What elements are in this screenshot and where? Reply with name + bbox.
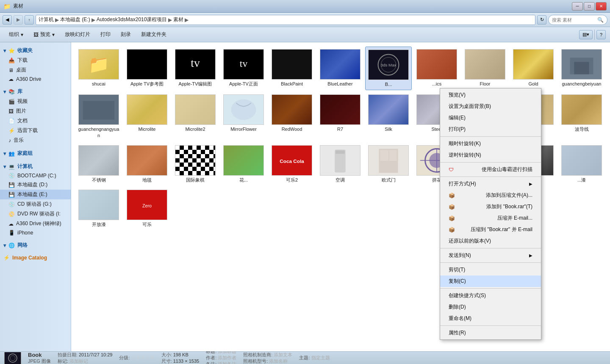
file-item[interactable]: MirrorFlower [220,92,267,141]
sidebar-header-homegroup[interactable]: ▾ 👥 家庭组 [0,149,71,158]
sidebar-item-bootcamp[interactable]: 💿 BOOTCAMP (C:) [0,171,71,180]
file-item[interactable]: 国际象棋 [172,143,219,185]
file-item[interactable]: 花... [220,143,267,185]
views-button[interactable]: ▤▾ [579,30,593,39]
ctx-scan[interactable]: 🛡 使用金山毒霸进行扫描 [440,164,541,175]
refresh-button[interactable]: ↻ [537,15,546,25]
ctx-preview[interactable]: 预览(V) [440,89,541,101]
sidebar-item-a360[interactable]: ☁ A360 Drive [0,75,71,83]
up-button[interactable]: ↑ [25,15,34,25]
ctx-rename[interactable]: 重命名(M) [440,313,541,324]
file-item[interactable]: Apple TV参考图 [124,47,170,90]
minimize-button[interactable]: ─ [572,2,583,11]
ctx-send-to[interactable]: 发送到(N) ▶ [440,250,541,261]
sidebar-header-favorites[interactable]: ▾ ⭐ 收藏夹 [0,46,71,55]
status-camera-model-label: 照相机型号: [243,358,268,364]
back-button[interactable]: ◀ [3,15,12,25]
breadcrumb-part[interactable]: 计算机 [39,16,54,23]
ctx-open-with[interactable]: 打开方式(H) ▶ [440,178,541,190]
search-input[interactable] [552,17,596,22]
file-item[interactable]: 开放漆 [75,187,122,230]
ctx-copy[interactable]: 复制(C) [440,276,541,287]
file-item[interactable]: 空调 [317,143,363,185]
ctx-delete[interactable]: 删除(D) [440,301,541,313]
file-item[interactable]: BlueLeather [317,47,363,90]
file-item[interactable]: 波导线 [558,92,605,141]
search-box[interactable]: 🔍 [548,15,607,25]
file-item[interactable]: R7 [317,92,363,141]
file-item[interactable]: tv Apple-TV编辑图 [172,47,219,90]
ctx-create-shortcut[interactable]: 创建快捷方式(S) [440,290,541,301]
ctx-separator [440,176,541,177]
file-item[interactable]: tv Apple-TV正面 [220,47,267,90]
ctx-cut[interactable]: 剪切(T) [440,264,541,276]
file-item[interactable]: Zero 可乐 [124,187,170,230]
ctx-edit[interactable]: 编辑(E) [440,112,541,124]
breadcrumb-part[interactable]: Autodesk3dsMax2010课程项目 [97,16,167,23]
sidebar-item-iphone[interactable]: 📱 iPhone [0,229,71,237]
file-item[interactable]: Coca Cola 可乐2 [269,143,315,185]
file-item[interactable]: guanchengbeiyuan [558,47,605,90]
file-item[interactable]: 📁 shucai [75,47,122,90]
ctx-add-archive[interactable]: 📦 添加到压缩文件(A)... [440,190,541,201]
file-item[interactable]: ...漆 [558,143,605,185]
ctx-separator [440,136,541,137]
sidebar-item-video[interactable]: 🎬 视频 [0,97,71,106]
file-item[interactable]: RedWood [269,92,315,141]
slideshow-button[interactable]: 放映幻灯片 [60,29,95,41]
ctx-compress-email[interactable]: 📦 压缩并 E-mail... [440,212,541,224]
file-item[interactable]: 欧式门 [365,143,412,185]
file-item[interactable]: Floor [462,47,508,90]
ctx-print[interactable]: 打印(P) [440,124,541,135]
sidebar-header-imagecatalog[interactable]: ⚡ Image Catalog [0,254,71,262]
file-item[interactable]: 3ds Max B... [365,47,412,90]
file-item[interactable]: 地毯 [124,143,170,185]
sidebar-item-drive-i[interactable]: 📀 DVD RW 驱动器 (I: [0,209,71,219]
burn-button[interactable]: 刻录 [116,29,136,41]
close-button[interactable]: ✕ [596,2,607,11]
preview-button[interactable]: 🖼 预览 ▾ [29,29,59,41]
sidebar-item-drive-e[interactable]: 💾 本地磁盘 (E:) [0,190,71,199]
forward-button[interactable]: ▶ [14,15,23,25]
sidebar-item-drive-g[interactable]: 💿 CD 驱动器 (G:) [0,199,71,209]
ctx-set-wallpaper[interactable]: 设置为桌面背景(B) [440,101,541,112]
status-rating-stars[interactable]: ☆☆☆☆☆ [131,355,155,361]
file-item[interactable]: 不锈钢 [75,143,122,185]
file-item[interactable]: BlackPaint [269,47,315,90]
file-item[interactable]: Microlite2 [172,92,219,141]
sidebar-header-network[interactable]: ▾ 🌐 网络 [0,240,71,250]
sidebar-item-downloads[interactable]: 📥 下载 [0,55,71,65]
organize-button[interactable]: 组织 ▾ [4,29,28,41]
file-item[interactable]: Silk [365,92,412,141]
sidebar-section-network: ▾ 🌐 网络 [0,240,71,250]
network-icon: 🌐 [8,243,15,248]
file-item[interactable]: guanchengnangyuan [75,92,122,141]
sidebar-item-a360-drive[interactable]: ☁ A360 Drive (钢神绿) [0,219,71,229]
file-item[interactable]: Gold [510,47,557,90]
sidebar-item-music[interactable]: ♪ 音乐 [0,135,71,145]
breadcrumb-part[interactable]: 本地磁盘 (E:) [60,16,90,23]
ctx-properties[interactable]: 属性(R) [440,327,541,339]
svg-rect-20 [336,150,345,154]
breadcrumb-part[interactable]: 素材 [173,16,183,23]
ctx-restore[interactable]: 还原以前的版本(V) [440,235,541,247]
maximize-button[interactable]: □ [584,2,595,11]
sidebar-item-pictures[interactable]: 🖼 图片 [0,106,71,116]
new-folder-button[interactable]: 新建文件夹 [136,29,171,41]
ctx-rotate-ccw[interactable]: 逆时针旋转(N) [440,149,541,161]
sidebar-item-documents[interactable]: 📄 文档 [0,116,71,126]
sidebar-item-desktop[interactable]: 🖥 桌面 [0,65,71,75]
ctx-add-book-rar[interactable]: 📦 添加到 "Book.rar"(T) [440,201,541,212]
file-item[interactable]: Microlite [124,92,170,141]
breadcrumb[interactable]: 计算机 ▶ 本地磁盘 (E:) ▶ Autodesk3dsMax2010课程项目… [36,15,535,25]
ctx-item-label: 编辑(E) [449,114,466,121]
print-button[interactable]: 打印 [96,29,115,41]
ctx-rotate-cw[interactable]: 顺时针旋转(K) [440,138,541,149]
ctx-compress-book-email[interactable]: 📦 压缩到 "Book.rar" 并 E-mail [440,224,541,235]
file-item[interactable]: ...ics [413,47,460,90]
sidebar-header-library[interactable]: ▾ 📚 库 [0,87,71,97]
sidebar-header-computer[interactable]: ▾ 💻 计算机 [0,162,71,171]
sidebar-item-drive-d[interactable]: 💾 本地磁盘 (D:) [0,180,71,190]
help-button[interactable]: ? [596,30,606,39]
sidebar-item-thunder[interactable]: ⚡ 迅雷下载 [0,126,71,135]
